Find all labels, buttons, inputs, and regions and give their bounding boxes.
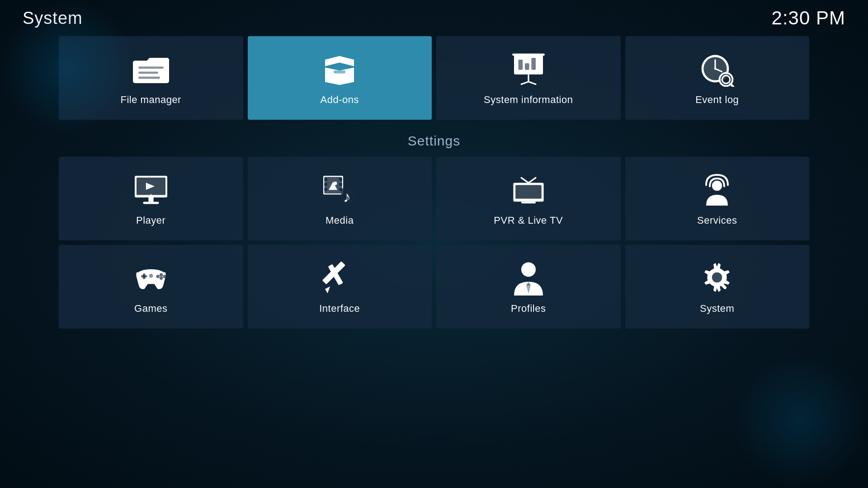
svg-rect-2: [138, 71, 158, 74]
tile-file-manager[interactable]: File manager: [59, 36, 243, 120]
games-icon: [133, 259, 169, 296]
svg-rect-11: [531, 58, 536, 70]
tile-interface[interactable]: Interface: [248, 245, 432, 328]
tile-games[interactable]: Games: [59, 245, 243, 328]
top-row: File manager Add-ons: [59, 36, 809, 120]
settings-section-title: Settings: [59, 133, 809, 149]
svg-point-20: [714, 67, 717, 70]
svg-rect-34: [325, 188, 327, 191]
svg-point-29: [150, 194, 151, 195]
interface-label: Interface: [319, 303, 360, 314]
svg-point-56: [149, 274, 153, 278]
interface-icon: [321, 259, 358, 296]
clock: 2:30 PM: [772, 7, 845, 29]
system-information-icon: [510, 51, 547, 87]
svg-rect-46: [521, 202, 536, 203]
svg-point-53: [160, 273, 163, 276]
svg-point-52: [156, 275, 159, 278]
page-title: System: [23, 9, 83, 28]
svg-rect-32: [325, 178, 327, 180]
system-icon: [699, 259, 735, 296]
svg-rect-35: [339, 178, 342, 180]
svg-marker-59: [325, 286, 330, 293]
svg-point-55: [163, 275, 166, 278]
svg-point-54: [160, 276, 163, 279]
svg-rect-27: [148, 197, 153, 202]
event-log-icon: [699, 51, 735, 87]
svg-rect-3: [138, 76, 160, 79]
pvr-live-tv-label: PVR & Live TV: [494, 215, 563, 226]
player-label: Player: [136, 215, 165, 226]
svg-line-22: [731, 84, 734, 86]
tile-player[interactable]: Player: [59, 157, 243, 240]
tile-system[interactable]: System: [625, 245, 810, 328]
player-icon: [133, 171, 169, 207]
services-label: Services: [697, 215, 737, 226]
svg-line-13: [521, 81, 528, 84]
media-label: Media: [326, 215, 354, 226]
svg-rect-15: [512, 53, 545, 56]
svg-line-42: [521, 178, 528, 183]
profiles-label: Profiles: [511, 303, 546, 314]
pvr-live-tv-icon: [510, 171, 547, 207]
settings-row-1: Player: [59, 157, 809, 240]
main-content: File manager Add-ons: [0, 36, 868, 328]
games-label: Games: [134, 303, 167, 314]
svg-rect-45: [515, 185, 542, 198]
svg-rect-7: [334, 70, 345, 73]
tile-media[interactable]: ♪ Media: [248, 157, 432, 240]
svg-point-60: [521, 262, 536, 277]
svg-marker-6: [325, 67, 354, 84]
svg-point-39: [334, 181, 337, 185]
svg-point-48: [538, 191, 540, 192]
settings-row-2: Games Interface: [59, 245, 809, 328]
svg-line-43: [528, 178, 536, 183]
profiles-icon: [510, 259, 547, 296]
svg-marker-4: [325, 56, 340, 66]
tile-profiles[interactable]: Profiles: [436, 245, 621, 328]
header: System 2:30 PM: [0, 0, 868, 36]
system-information-label: System information: [484, 94, 573, 106]
system-label: System: [700, 303, 734, 314]
svg-rect-36: [339, 183, 342, 186]
media-icon: ♪: [321, 171, 358, 207]
svg-point-47: [517, 191, 518, 192]
svg-line-14: [528, 81, 536, 84]
services-icon: [699, 171, 735, 207]
svg-rect-10: [525, 63, 529, 70]
tile-add-ons[interactable]: Add-ons: [248, 36, 432, 120]
svg-rect-51: [143, 273, 146, 279]
tile-system-information[interactable]: System information: [436, 36, 621, 120]
svg-point-63: [712, 272, 722, 282]
svg-text:♪: ♪: [343, 188, 351, 205]
svg-rect-12: [528, 74, 529, 81]
file-manager-label: File manager: [121, 94, 181, 106]
tile-event-log[interactable]: Event log: [625, 36, 810, 120]
svg-rect-33: [325, 183, 327, 186]
tile-pvr-live-tv[interactable]: PVR & Live TV: [436, 157, 621, 240]
event-log-label: Event log: [695, 94, 739, 106]
add-ons-icon: [321, 51, 358, 87]
svg-marker-5: [340, 56, 354, 66]
svg-rect-1: [138, 66, 164, 69]
svg-rect-28: [143, 202, 159, 204]
file-manager-icon: [133, 51, 169, 87]
add-ons-label: Add-ons: [321, 94, 359, 106]
tile-services[interactable]: Services: [625, 157, 810, 240]
svg-point-49: [712, 180, 722, 190]
svg-rect-9: [518, 60, 523, 70]
